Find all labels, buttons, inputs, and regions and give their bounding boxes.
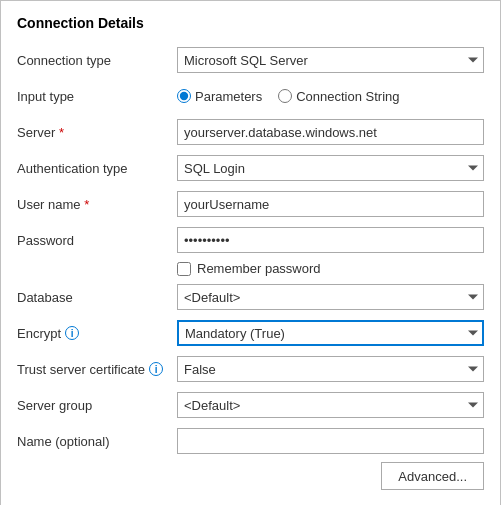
username-input[interactable] — [177, 191, 484, 217]
password-label: Password — [17, 233, 177, 248]
input-type-row: Input type Parameters Connection String — [17, 81, 484, 111]
server-input[interactable] — [177, 119, 484, 145]
encrypt-select[interactable]: Mandatory (True) — [177, 320, 484, 346]
password-row: Password — [17, 225, 484, 255]
server-group-select-wrapper: <Default> — [177, 392, 484, 418]
connection-details-dialog: Connection Details Connection type Micro… — [0, 0, 501, 505]
server-control — [177, 119, 484, 145]
auth-type-label: Authentication type — [17, 161, 177, 176]
database-select-wrapper: <Default> — [177, 284, 484, 310]
server-group-label: Server group — [17, 398, 177, 413]
trust-cert-info-icon: i — [149, 362, 163, 376]
parameters-radio-label[interactable]: Parameters — [195, 89, 262, 104]
remember-password-row: Remember password — [17, 261, 484, 276]
trust-cert-label: Trust server certificate i — [17, 362, 177, 377]
parameters-radio[interactable] — [177, 89, 191, 103]
encrypt-label: Encrypt i — [17, 326, 177, 341]
form-body: Connection type Microsoft SQL Server Inp… — [1, 41, 500, 505]
name-row: Name (optional) — [17, 426, 484, 456]
advanced-button[interactable]: Advanced... — [381, 462, 484, 490]
auth-type-control: SQL Login — [177, 155, 484, 181]
connection-type-label: Connection type — [17, 53, 177, 68]
connection-type-control: Microsoft SQL Server — [177, 47, 484, 73]
database-label: Database — [17, 290, 177, 305]
username-label: User name * — [17, 197, 177, 212]
auth-type-select-wrapper: SQL Login — [177, 155, 484, 181]
connection-string-radio-option[interactable]: Connection String — [278, 89, 399, 104]
password-control — [177, 227, 484, 253]
input-type-radio-group: Parameters Connection String — [177, 89, 484, 104]
remember-password-checkbox[interactable] — [177, 262, 191, 276]
username-required-marker: * — [81, 197, 90, 212]
server-label: Server * — [17, 125, 177, 140]
name-input[interactable] — [177, 428, 484, 454]
advanced-row: Advanced... — [17, 462, 484, 496]
name-control — [177, 428, 484, 454]
remember-password-label[interactable]: Remember password — [197, 261, 321, 276]
server-group-row: Server group <Default> — [17, 390, 484, 420]
parameters-radio-option[interactable]: Parameters — [177, 89, 262, 104]
connection-type-select-wrapper: Microsoft SQL Server — [177, 47, 484, 73]
trust-cert-select[interactable]: False — [177, 356, 484, 382]
dialog-title: Connection Details — [1, 1, 500, 41]
password-input[interactable] — [177, 227, 484, 253]
username-control — [177, 191, 484, 217]
trust-cert-control: False — [177, 356, 484, 382]
database-control: <Default> — [177, 284, 484, 310]
trust-cert-select-wrapper: False — [177, 356, 484, 382]
connection-string-radio-label[interactable]: Connection String — [296, 89, 399, 104]
encrypt-control: Mandatory (True) — [177, 320, 484, 346]
database-row: Database <Default> — [17, 282, 484, 312]
connection-string-radio[interactable] — [278, 89, 292, 103]
server-required-marker: * — [55, 125, 64, 140]
input-type-control: Parameters Connection String — [177, 89, 484, 104]
encrypt-info-icon: i — [65, 326, 79, 340]
username-row: User name * — [17, 189, 484, 219]
trust-cert-row: Trust server certificate i False — [17, 354, 484, 384]
name-label: Name (optional) — [17, 434, 177, 449]
encrypt-row: Encrypt i Mandatory (True) — [17, 318, 484, 348]
database-select[interactable]: <Default> — [177, 284, 484, 310]
server-group-select[interactable]: <Default> — [177, 392, 484, 418]
connection-type-row: Connection type Microsoft SQL Server — [17, 45, 484, 75]
encrypt-select-wrapper: Mandatory (True) — [177, 320, 484, 346]
server-group-control: <Default> — [177, 392, 484, 418]
auth-type-select[interactable]: SQL Login — [177, 155, 484, 181]
server-row: Server * — [17, 117, 484, 147]
connection-type-select[interactable]: Microsoft SQL Server — [177, 47, 484, 73]
auth-type-row: Authentication type SQL Login — [17, 153, 484, 183]
input-type-label: Input type — [17, 89, 177, 104]
